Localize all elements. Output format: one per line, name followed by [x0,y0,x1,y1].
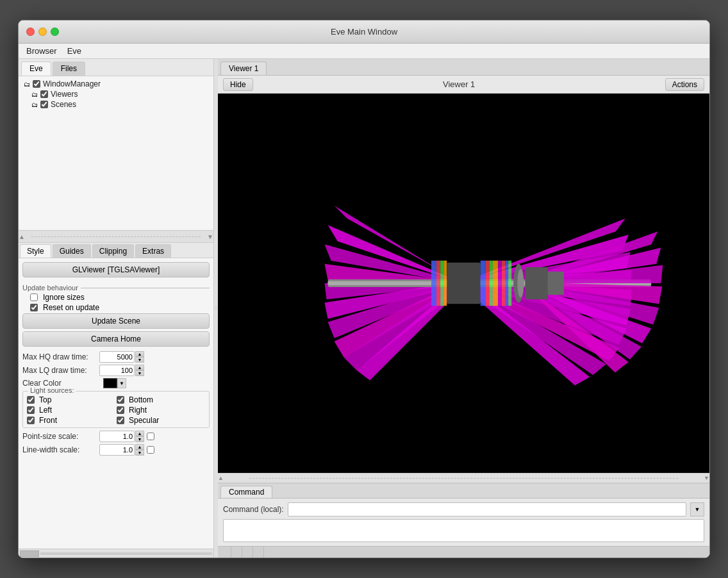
command-local-label: Command (local): [223,505,284,514]
status-segment-3 [242,547,253,557]
line-width-row: Line-width scale: ▲ ▼ [22,444,210,456]
hide-button[interactable]: Hide [223,78,253,91]
statusbar [218,546,709,557]
command-tabs: Command [218,484,709,499]
tab-viewer1[interactable]: Viewer 1 [220,62,267,75]
checkbox-light-specular[interactable] [117,417,124,424]
tree-label-scenes: Scenes [51,100,76,109]
tab-command[interactable]: Command [220,486,272,498]
camera-home-button[interactable]: Camera Home [22,331,210,347]
svg-rect-14 [505,261,508,306]
command-row: Command (local): ▼ [223,502,704,516]
window-title: Eve Main Window [331,27,397,37]
3d-viewport[interactable] [218,94,709,473]
max-hq-row: Max HQ draw time: ▲ ▼ [22,351,210,363]
max-hq-up[interactable]: ▲ [135,351,144,357]
gl-viewer-button[interactable]: GLViewer [TGLSAViewer] [22,262,210,277]
checkbox-light-bottom[interactable] [117,396,124,404]
checkbox-line-width[interactable] [147,446,154,454]
max-hq-spinner: ▲ ▼ [135,351,144,363]
tree-item-scenes[interactable]: 🗂 Scenes [21,99,211,110]
update-behaviour-label: Update behaviour [22,284,210,292]
settings-panel: GLViewer [TGLSAViewer] Update behaviour … [19,258,213,549]
max-hq-down[interactable]: ▼ [135,357,144,363]
light-right: Right [117,406,205,415]
minimize-button[interactable] [38,28,47,36]
tree-item-viewers[interactable]: 🗂 Viewers [21,89,211,99]
left-panel-hscroll[interactable] [19,549,213,557]
tab-guides[interactable]: Guides [53,244,91,258]
collapse-up-icon: ▲ [218,475,224,481]
checkbox-light-top[interactable] [27,396,35,404]
collapse-icon-left: ▲ [19,233,25,240]
light-left-label: Left [39,406,52,415]
checkbox-light-right[interactable] [117,406,124,414]
light-left: Left [27,406,115,415]
checkbox-windowmanager[interactable] [33,80,40,88]
svg-rect-12 [498,261,502,306]
checkbox-viewers[interactable] [40,90,48,98]
tab-files[interactable]: Files [53,62,85,76]
svg-rect-13 [502,261,505,306]
svg-point-17 [517,269,524,297]
tab-clipping[interactable]: Clipping [92,244,134,258]
actions-button[interactable]: Actions [665,78,704,91]
line-width-down[interactable]: ▼ [135,450,144,456]
clear-color-dropdown[interactable]: ▼ [117,378,126,388]
light-grid: Top Bottom Left Right [27,395,205,425]
status-segment-4 [253,547,264,557]
point-size-input[interactable] [99,431,135,442]
update-scene-button[interactable]: Update Scene [22,313,210,329]
max-lq-spinner: ▲ ▼ [135,365,144,376]
menu-eve[interactable]: Eve [62,45,87,57]
light-right-label: Right [129,406,147,415]
checkbox-light-left[interactable] [27,406,35,414]
light-specular-label: Specular [129,416,159,425]
maximize-button[interactable] [51,28,59,36]
light-front: Front [27,416,115,425]
reset-on-update-label: Reset on update [43,303,99,312]
max-hq-label: Max HQ draw time: [22,352,99,361]
checkbox-light-front[interactable] [27,417,35,424]
max-lq-input[interactable] [99,365,135,376]
tab-eve[interactable]: Eve [21,62,51,76]
light-front-label: Front [39,416,57,425]
clear-color-swatch[interactable] [103,378,117,388]
menu-browser[interactable]: Browser [21,45,62,57]
max-lq-down[interactable]: ▼ [135,370,144,376]
folder-icon: 🗂 [22,79,31,88]
left-tabs: Eve Files [19,59,213,76]
point-size-down[interactable]: ▼ [135,436,144,442]
tab-extras[interactable]: Extras [135,244,171,258]
bottom-collapse-row[interactable]: ▲ ▼ [218,473,709,483]
checkbox-reset-on-update[interactable] [30,304,38,311]
svg-rect-7 [447,263,480,304]
command-local-input[interactable] [288,502,686,516]
tab-style[interactable]: Style [20,244,51,258]
viewer-toolbar: Hide Viewer 1 Actions [218,76,709,94]
line-width-up[interactable]: ▲ [135,444,144,450]
checkbox-ignore-sizes[interactable] [30,293,38,301]
tree-item-windowmanager[interactable]: 🗂 WindowManager [21,79,211,89]
command-dropdown-button[interactable]: ▼ [690,502,704,516]
max-hq-input[interactable] [99,351,135,363]
checkbox-point-size[interactable] [147,433,154,440]
max-lq-up[interactable]: ▲ [135,365,144,370]
close-button[interactable] [26,28,35,36]
svg-rect-18 [525,267,547,299]
line-width-spinner: ▲ ▼ [135,444,144,456]
titlebar: Eve Main Window [19,21,709,44]
svg-rect-11 [493,261,498,306]
reset-on-update-row: Reset on update [30,303,210,312]
light-bottom-label: Bottom [129,395,153,404]
point-size-up[interactable]: ▲ [135,431,144,436]
tree-area: 🗂 WindowManager 🗂 Viewers 🗂 Scenes [19,76,213,230]
light-bottom: Bottom [117,395,205,404]
light-top-label: Top [39,395,51,404]
line-width-input[interactable] [99,444,135,456]
command-output [223,519,704,542]
collapse-row[interactable]: ▲ ▼ [19,230,213,243]
ignore-sizes-label: Ignore sizes [43,293,85,302]
checkbox-scenes[interactable] [40,101,48,108]
light-sources-legend: Light sources: [28,386,76,394]
